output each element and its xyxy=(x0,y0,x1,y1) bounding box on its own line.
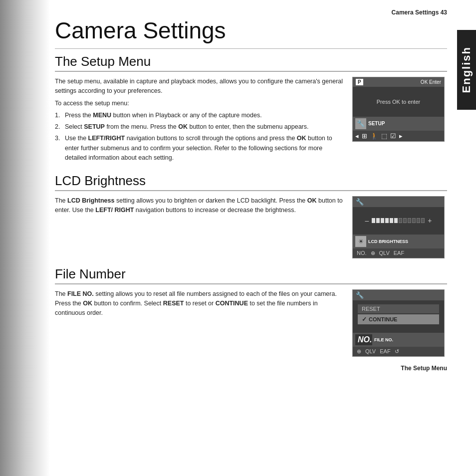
setup-left-col: The setup menu, available in capture and… xyxy=(55,77,344,165)
setup-icon-left: ◂ xyxy=(355,132,359,140)
brightness-seg-1 xyxy=(372,218,375,223)
setup-two-col: The setup menu, available in capture and… xyxy=(55,77,447,165)
file-continue-row: ✓ CONTINUE xyxy=(358,314,439,324)
setup-press-ok: Press OK to enter xyxy=(377,99,420,105)
file-icons-bar: ⊕ QLV ЕAF ↺ xyxy=(353,347,444,356)
file-ui-mockup: 🔧 RESET ✓ CONTINUE NO. FILE NO. xyxy=(352,289,447,357)
footer-text: The Setup Menu xyxy=(401,365,447,372)
lcd-left-col: The LCD Brightness setting allows you to… xyxy=(55,196,344,258)
brightness-seg-2 xyxy=(376,218,380,223)
setup-icon-right: ▸ xyxy=(399,132,403,140)
file-two-col: The FILE NO. setting allows you to reset… xyxy=(55,289,447,357)
file-no-text: NO. xyxy=(358,335,372,344)
file-icon-rotate: ↺ xyxy=(395,348,399,355)
setup-ok-enter: OK Enter xyxy=(421,79,441,85)
setup-section-title: The Setup Menu xyxy=(55,54,447,72)
main-content: Camera Settings 43 Camera Settings The S… xyxy=(40,0,457,476)
file-icon-zoom: ⊕ xyxy=(357,348,361,355)
file-camera-ui: 🔧 RESET ✓ CONTINUE NO. FILE NO. xyxy=(352,289,445,357)
file-icon-qlv: QLV xyxy=(365,348,376,354)
file-ui-body: RESET ✓ CONTINUE xyxy=(353,300,444,333)
lcd-camera-ui: 🔧 – xyxy=(352,196,445,258)
lcd-icons-bar: NO. ⊕ QLV ЕAF xyxy=(353,248,444,258)
setup-ui-bottom: 🔧 SETUP xyxy=(353,117,444,131)
lcd-bottom-label: LCD BRIGHTNESS xyxy=(368,239,408,244)
brightness-seg-8 xyxy=(403,218,407,223)
setup-step-3: Use the LEFT/RIGHT navigation buttons to… xyxy=(55,134,344,163)
file-bottom-label: FILE NO. xyxy=(374,337,393,342)
setup-label: SETUP xyxy=(368,121,385,126)
file-wrench-icon: 🔧 xyxy=(356,291,364,299)
setup-step-2: Select SETUP from the menu. Press the OK… xyxy=(55,122,344,132)
lcd-two-col: The LCD Brightness setting allows you to… xyxy=(55,196,447,258)
setup-ui-mockup: P OK Enter Press OK to enter 🔧 SETUP ◂ ⊞… xyxy=(352,77,447,165)
setup-icon-exp: ☑ xyxy=(390,132,396,140)
file-no-badge: NO. xyxy=(355,334,372,345)
lcd-section-title: LCD Brightness xyxy=(55,173,447,191)
file-continue-label: CONTINUE xyxy=(369,316,397,322)
setup-icon-person: 🚶 xyxy=(370,132,378,140)
brightness-seg-7 xyxy=(399,218,402,223)
checkmark-icon: ✓ xyxy=(362,316,367,323)
language-tab: English xyxy=(457,30,476,110)
lcd-ui-mockup: 🔧 – xyxy=(352,196,447,258)
lcd-body-text: The LCD Brightness setting allows you to… xyxy=(55,196,344,216)
main-title: Camera Settings xyxy=(55,18,447,43)
title-divider xyxy=(55,48,447,49)
wrench-icon: 🔧 xyxy=(355,118,366,129)
setup-to-access: To access the setup menu: xyxy=(55,99,344,108)
header-row: Camera Settings 43 xyxy=(55,9,447,16)
lcd-plus-icon: + xyxy=(428,217,432,225)
setup-steps-list: Press the MENU button when in Playback o… xyxy=(55,111,344,163)
brightness-seg-10 xyxy=(412,218,416,223)
lcd-ui-top: 🔧 xyxy=(353,197,444,207)
lcd-icon-zoom: ⊕ xyxy=(371,250,375,256)
file-left-col: The FILE NO. setting allows you to reset… xyxy=(55,289,344,357)
lcd-icon-eaf: ЕAF xyxy=(394,250,404,256)
file-section-title: File Number xyxy=(55,266,447,284)
brightness-seg-6 xyxy=(394,218,398,223)
file-icon-eaf: ЕAF xyxy=(380,348,390,354)
setup-p-badge: P xyxy=(356,79,363,85)
lcd-ui-body: – xyxy=(353,207,444,235)
brightness-seg-4 xyxy=(385,218,389,223)
language-tab-text: English xyxy=(460,46,473,93)
setup-icon-grid: ⊞ xyxy=(362,132,367,140)
setup-intro: The setup menu, available in capture and… xyxy=(55,77,344,96)
setup-icons-bar: ◂ ⊞ 🚶 ⬚ ☑ ▸ xyxy=(353,131,444,141)
brightness-seg-12 xyxy=(421,218,425,223)
brightness-seg-11 xyxy=(417,218,420,223)
lcd-icon-qlv: QLV xyxy=(379,250,390,256)
page-header: Camera Settings 43 xyxy=(392,9,447,16)
setup-camera-ui: P OK Enter Press OK to enter 🔧 SETUP ◂ ⊞… xyxy=(352,77,445,142)
file-body-text: The FILE NO. setting allows you to reset… xyxy=(55,289,344,318)
setup-section: The Setup Menu The setup menu, available… xyxy=(55,54,447,165)
lcd-minus-icon: – xyxy=(365,217,369,225)
setup-step-1: Press the MENU button when in Playback o… xyxy=(55,111,344,120)
setup-ui-middle: Press OK to enter xyxy=(353,87,444,117)
setup-icon-frame: ⬚ xyxy=(381,132,387,140)
lcd-wrench-icon: 🔧 xyxy=(356,198,364,206)
file-section: File Number The FILE NO. setting allows … xyxy=(55,266,447,357)
footer: The Setup Menu xyxy=(55,365,447,372)
brightness-seg-9 xyxy=(408,218,411,223)
lcd-section: LCD Brightness The LCD Brightness settin… xyxy=(55,173,447,258)
lcd-icon-no: NO. xyxy=(357,250,367,256)
brightness-seg-5 xyxy=(390,218,393,223)
file-ui-bottom: NO. FILE NO. xyxy=(353,333,444,347)
setup-intro-text: The setup menu, available in capture and… xyxy=(55,78,343,94)
file-ui-top: 🔧 xyxy=(353,290,444,300)
sun-icon: ☀ xyxy=(355,236,366,247)
setup-ui-top-bar: P OK Enter xyxy=(353,77,444,87)
file-reset-row: RESET xyxy=(358,304,439,313)
brightness-seg-3 xyxy=(381,218,384,223)
brightness-bar xyxy=(372,218,425,223)
lcd-ui-bottom: ☀ LCD BRIGHTNESS xyxy=(353,235,444,248)
